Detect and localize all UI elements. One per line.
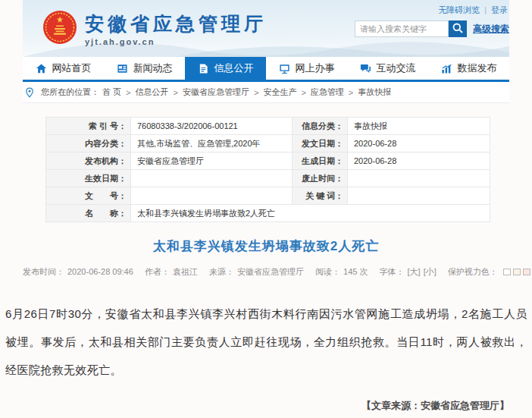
font-size-label: 字体： bbox=[380, 267, 405, 276]
topbar-links: 无障碍浏览|登录 bbox=[438, 5, 508, 16]
generate-date-label: 生成日期： bbox=[293, 152, 348, 170]
generate-date-value: 2020-06-28 bbox=[348, 152, 490, 170]
breadcrumb-prefix: 您所在的位置： bbox=[41, 86, 99, 98]
author-label: 作者： bbox=[145, 267, 170, 276]
breadcrumb-item-accident-report[interactable]: 事故快报 bbox=[358, 86, 391, 98]
site-url: yjt.ah.gov.cn bbox=[85, 37, 267, 46]
login-link[interactable]: 登录 bbox=[491, 5, 508, 14]
abolish-date-value bbox=[348, 170, 490, 187]
search-input[interactable] bbox=[355, 20, 449, 37]
search-area: 高级搜索 bbox=[355, 20, 509, 37]
breadcrumb-separator: > bbox=[254, 88, 258, 97]
content-category-value: 其他,市场监管、应急管理,2020年 bbox=[131, 135, 293, 152]
breadcrumb-item-emergency[interactable]: 应急管理 bbox=[311, 86, 344, 98]
location-pin-icon bbox=[24, 87, 35, 98]
abolish-date-label: 废止时间： bbox=[293, 170, 348, 187]
document-info-table: 索 引 号： 76080338-3/202006-00121 信息分类： 事故快… bbox=[45, 117, 490, 222]
effective-date-label: 生效日期： bbox=[46, 170, 131, 187]
source-label: 来源： bbox=[209, 267, 234, 276]
advanced-search-link[interactable]: 高级搜索 bbox=[473, 23, 509, 36]
chart-icon bbox=[441, 63, 452, 74]
breadcrumb-separator: > bbox=[126, 88, 130, 97]
info-category-label: 信息分类： bbox=[293, 118, 348, 135]
publisher-value: 安徽省应急管理厅 bbox=[131, 152, 293, 170]
breadcrumb-item-home[interactable]: 首 页 bbox=[102, 86, 121, 98]
breadcrumb: 您所在的位置： 首 页 > 信息公开 > 安徽省应急管理厅 > 安全生产 > 应… bbox=[23, 82, 509, 103]
breadcrumb-separator: > bbox=[301, 88, 305, 97]
article-body: 6月26日7时30分，安徽省太和县李兴镇李兴村西街木料行南因污水管网施工造成坍塌… bbox=[0, 300, 532, 384]
table-row: 文 号： 关 键 词： bbox=[46, 187, 490, 205]
document-icon bbox=[198, 63, 209, 74]
table-row: 生效日期： 废止时间： bbox=[46, 170, 490, 187]
index-number-value: 76080338-3/202006-00121 bbox=[131, 118, 293, 135]
brand-text: 安徽省应急管理厅 yjt.ah.gov.cn bbox=[85, 11, 267, 46]
effective-date-value bbox=[131, 170, 293, 187]
publish-time-label: 发布时间： bbox=[23, 267, 64, 276]
vision-color-swatches bbox=[501, 267, 532, 276]
nav-item-label: 信息公开 bbox=[214, 61, 254, 75]
nav-item-info-disclosure[interactable]: 信息公开 bbox=[185, 57, 266, 80]
breadcrumb-item-info[interactable]: 信息公开 bbox=[136, 86, 169, 98]
breadcrumb-item-safety[interactable]: 安全生产 bbox=[263, 86, 296, 98]
main-nav: 网站首页 新闻动态 信息公开 网上办事 互动交流 数据发布 bbox=[23, 57, 509, 82]
publisher-label: 发布机构： bbox=[46, 152, 131, 170]
vision-color-label: 保护视力色： bbox=[448, 267, 498, 276]
chat-icon bbox=[360, 63, 371, 74]
source-name: 安徽省应急管理厅 bbox=[237, 267, 304, 276]
table-row: 名 称： 太和县李兴镇发生坍塌事故致2人死亡 bbox=[46, 205, 490, 222]
monitor-icon bbox=[279, 63, 290, 74]
info-category-value: 事故快报 bbox=[348, 118, 490, 135]
nav-item-label: 互动交流 bbox=[377, 61, 416, 75]
page-container: 无障碍浏览|登录 安徽省应急管理厅 yjt.ah.gov.cn bbox=[23, 0, 509, 278]
nav-item-label: 网上办事 bbox=[296, 61, 335, 75]
keywords-value bbox=[348, 187, 490, 205]
nav-item-news[interactable]: 新闻动态 bbox=[104, 57, 185, 80]
doc-number-value bbox=[131, 187, 293, 205]
accessibility-link[interactable]: 无障碍浏览 bbox=[438, 5, 480, 14]
title-label: 名 称： bbox=[46, 205, 131, 222]
table-row: 发布机构： 安徽省应急管理厅 生成日期： 2020-06-28 bbox=[46, 152, 490, 170]
nav-item-label: 新闻动态 bbox=[133, 61, 173, 75]
table-row: 内容分类： 其他,市场监管、应急管理,2020年 发文日期： 2020-06-2… bbox=[46, 135, 490, 152]
content-category-label: 内容分类： bbox=[46, 135, 131, 152]
font-large-button[interactable]: [大] bbox=[408, 267, 421, 276]
breadcrumb-separator: > bbox=[174, 88, 178, 97]
search-button[interactable] bbox=[449, 20, 467, 37]
doc-number-label: 文 号： bbox=[46, 187, 131, 205]
page-footer: 【文章来源：安徽省应急管理厅】 bbox=[23, 399, 509, 418]
title-value: 太和县李兴镇发生坍塌事故致2人死亡 bbox=[131, 205, 490, 222]
reads-label: 阅读： bbox=[315, 267, 340, 276]
article-paragraph: 6月26日7时30分，安徽省太和县李兴镇李兴村西街木料行南因污水管网施工造成坍塌… bbox=[5, 300, 527, 384]
vision-color-swatch[interactable] bbox=[503, 269, 511, 275]
publish-time: 2020-06-28 09:46 bbox=[67, 267, 133, 276]
breadcrumb-separator: > bbox=[349, 88, 353, 97]
topbar-separator: | bbox=[484, 5, 487, 14]
article-title: 太和县李兴镇发生坍塌事故致2人死亡 bbox=[23, 237, 509, 255]
article-meta: 发布时间：2020-06-28 09:46 作者：袁祖江 来源：安徽省应急管理厅… bbox=[23, 266, 509, 278]
nav-item-home[interactable]: 网站首页 bbox=[23, 57, 104, 80]
keywords-label: 关 键 词： bbox=[293, 187, 348, 205]
article-source-line: 【文章来源：安徽省应急管理厅】 bbox=[23, 399, 509, 413]
nav-item-interaction[interactable]: 互动交流 bbox=[347, 57, 428, 80]
home-icon bbox=[36, 63, 47, 74]
issue-date-label: 发文日期： bbox=[293, 135, 348, 152]
nav-item-label: 数据发布 bbox=[458, 61, 497, 75]
table-row: 索 引 号： 76080338-3/202006-00121 信息分类： 事故快… bbox=[46, 118, 490, 135]
font-small-button[interactable]: [小] bbox=[424, 267, 437, 276]
site-logo-link[interactable]: 安徽省应急管理厅 yjt.ah.gov.cn bbox=[42, 10, 267, 48]
search-icon bbox=[452, 22, 464, 36]
vision-color-swatch[interactable] bbox=[513, 269, 521, 275]
issue-date-value: 2020-06-28 bbox=[348, 135, 490, 152]
site-name: 安徽省应急管理厅 bbox=[85, 11, 267, 36]
national-emblem-icon bbox=[42, 10, 77, 48]
reads-count: 145 次 bbox=[343, 267, 368, 276]
nav-item-label: 网站首页 bbox=[52, 61, 92, 75]
site-header: 无障碍浏览|登录 安徽省应急管理厅 yjt.ah.gov.cn bbox=[23, 0, 509, 57]
author: 袁祖江 bbox=[173, 267, 198, 276]
news-icon bbox=[117, 63, 128, 74]
index-number-label: 索 引 号： bbox=[46, 118, 131, 135]
breadcrumb-item-department[interactable]: 安徽省应急管理厅 bbox=[183, 86, 249, 98]
nav-item-online-services[interactable]: 网上办事 bbox=[266, 57, 347, 80]
vision-color-swatch[interactable] bbox=[523, 269, 530, 275]
nav-item-data-release[interactable]: 数据发布 bbox=[428, 57, 509, 80]
